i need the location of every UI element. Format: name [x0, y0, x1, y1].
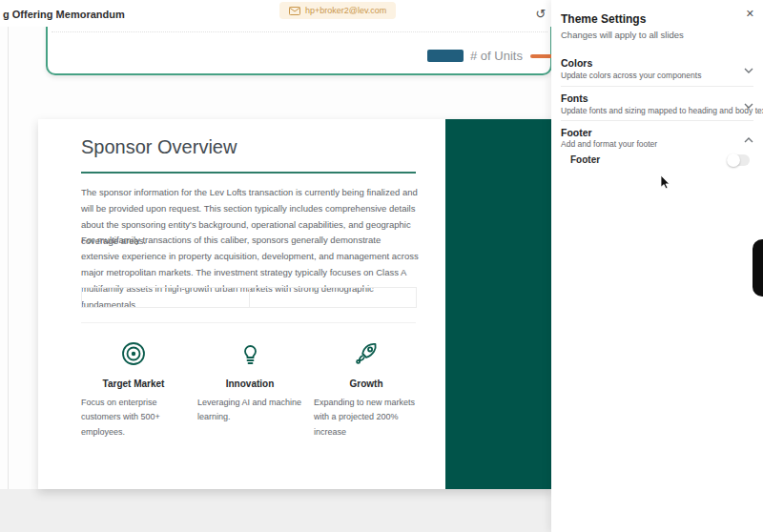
feature-description: Leveraging AI and machine learning.	[197, 396, 302, 425]
feature-description: Focus on enterprise customers with 500+ …	[81, 396, 186, 440]
panel-divider	[561, 86, 753, 87]
heading-underline	[81, 172, 416, 174]
feature-title: Growth	[314, 379, 419, 389]
feature-innovation[interactable]: Innovation Leveraging AI and machine lea…	[197, 339, 302, 440]
footer-toggle-label: Footer	[570, 154, 600, 165]
undo-button[interactable]: ↺	[532, 6, 549, 23]
panel-subtitle: Changes will apply to all slides	[561, 30, 684, 40]
mouse-cursor	[660, 175, 671, 194]
section-fonts-description: Update fonts and sizing mapped to headin…	[561, 106, 763, 115]
footer-toggle[interactable]	[727, 154, 750, 166]
section-fonts[interactable]: Fonts	[561, 92, 588, 104]
document-title[interactable]: g Offering Memorandum	[3, 9, 125, 20]
chart-gridline	[52, 31, 547, 32]
feature-target-market[interactable]: Target Market Focus on enterprise custom…	[81, 339, 186, 440]
envelope-icon	[289, 7, 300, 15]
feature-columns: Target Market Focus on enterprise custom…	[81, 339, 419, 440]
placeholder-divider	[81, 322, 416, 323]
edge-handle[interactable]	[753, 239, 763, 297]
feature-description: Expanding to new markets with a projecte…	[314, 396, 419, 440]
section-footer-description: Add and format your footer	[561, 139, 657, 149]
email-badge[interactable]: hp+broker2@lev.com	[279, 2, 396, 19]
slide-accent-block[interactable]	[445, 119, 553, 489]
section-colors-description: Update colors across your components	[561, 71, 701, 80]
canvas-background-strip	[0, 489, 551, 532]
empty-table-row[interactable]	[81, 287, 417, 308]
panel-title: Theme Settings	[561, 12, 646, 26]
email-badge-label: hp+broker2@lev.com	[305, 6, 386, 15]
chart-legend: # of Units	[427, 49, 559, 63]
feature-title: Innovation	[197, 379, 302, 389]
empty-table-cell[interactable]	[82, 288, 249, 307]
empty-table-cell[interactable]	[249, 288, 417, 307]
undo-icon: ↺	[536, 7, 546, 21]
slide-heading[interactable]: Sponsor Overview	[81, 136, 237, 158]
canvas-edge-divider	[8, 27, 9, 532]
target-icon	[81, 339, 186, 368]
rocket-icon	[314, 339, 419, 368]
legend-label-units: # of Units	[470, 49, 523, 63]
legend-swatch-units	[427, 50, 464, 62]
footer-toggle-knob[interactable]	[727, 153, 740, 167]
slide-canvas[interactable]: Sponsor Overview The sponsor information…	[38, 119, 553, 489]
section-footer[interactable]: Footer	[561, 127, 592, 138]
section-colors[interactable]: Colors	[561, 57, 592, 69]
chevron-up-icon[interactable]	[744, 130, 753, 147]
close-icon[interactable]: ✕	[746, 8, 754, 20]
feature-growth[interactable]: Growth Expanding to new markets with a p…	[314, 339, 419, 440]
panel-divider	[561, 120, 753, 121]
theme-settings-panel: ✕ Theme Settings Changes will apply to a…	[551, 0, 763, 532]
feature-title: Target Market	[81, 379, 186, 389]
lightbulb-icon	[197, 339, 302, 368]
chevron-down-icon[interactable]	[744, 60, 753, 77]
